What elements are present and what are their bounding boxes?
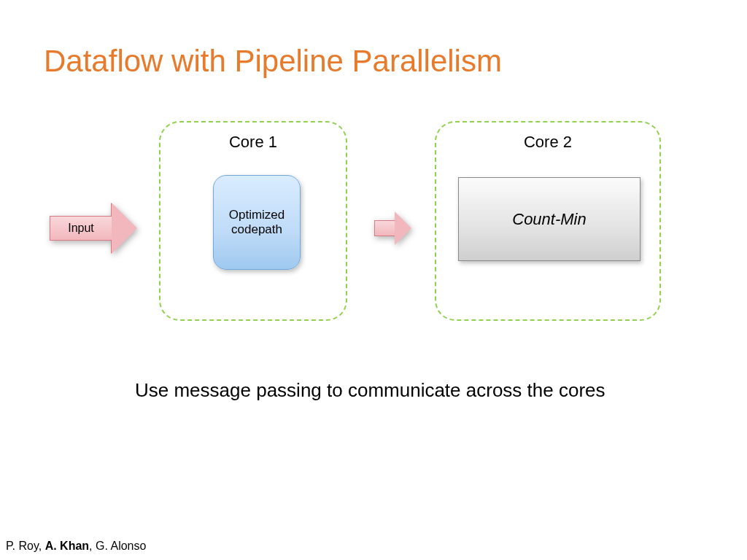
transfer-arrow-icon	[374, 211, 414, 245]
author-3: , G. Alonso	[89, 540, 146, 552]
optimized-codepath-box: Optimized codepath	[213, 175, 301, 270]
core1-label: Core 1	[160, 133, 346, 152]
arrow-head-icon	[112, 203, 137, 254]
input-arrow-icon: Input	[50, 203, 137, 254]
core2-label: Core 2	[436, 133, 659, 152]
author-2: A. Khan	[45, 540, 89, 552]
slide-caption: Use message passing to communicate acros…	[135, 379, 605, 402]
core1-box: Core 1 Optimized codepath	[159, 121, 347, 321]
slide-footer: P. Roy, A. Khan, G. Alonso	[6, 540, 146, 553]
arrow-body-icon	[374, 220, 395, 236]
author-1: P. Roy,	[6, 540, 45, 552]
core2-box: Core 2 Count-Min	[435, 121, 661, 321]
input-arrow-label: Input	[50, 216, 112, 241]
slide-title: Dataflow with Pipeline Parallelism	[44, 44, 502, 79]
count-min-box: Count-Min	[458, 177, 640, 261]
arrow-head-icon	[395, 211, 411, 245]
